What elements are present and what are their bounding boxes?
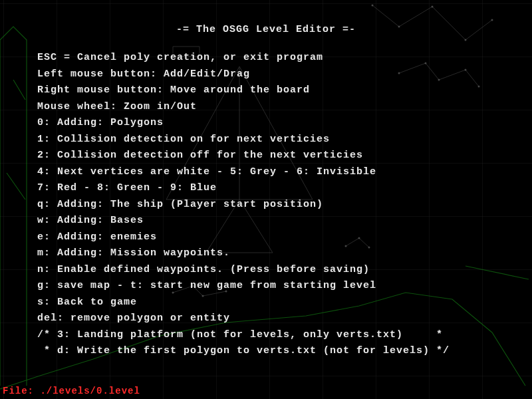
help-line: n: Enable defined waypoints. (Press befo… [37,262,495,279]
help-line: 0: Adding: Polygons [37,115,495,132]
help-line: 1: Collision detection on for next verti… [37,132,495,148]
help-line: Mouse wheel: Zoom in/Out [37,99,495,116]
help-line: m: Adding: Mission waypoints. [37,245,495,262]
help-line: del: remove polygon or entity [37,311,495,327]
help-overlay: -= The OSGG Level Editor =- ESC = Cancel… [0,0,532,399]
help-line: /* 3: Landing platform (not for levels, … [37,327,495,344]
help-line: 7: Red - 8: Green - 9: Blue [37,180,495,197]
help-line: q: Adding: The ship (Player start positi… [37,197,495,213]
help-line: 2: Collision detection off for the next … [37,148,495,164]
help-line: e: Adding: enemies [37,229,495,246]
help-line: g: save map - t: start new game from sta… [37,278,495,295]
help-text-block: ESC = Cancel poly creation, or exit prog… [37,50,495,360]
help-line: Left mouse button: Add/Edit/Drag [37,66,495,83]
file-path-label: File: ./levels/0.level [3,386,140,396]
help-line: ESC = Cancel poly creation, or exit prog… [37,50,495,66]
help-line: 4: Next vertices are white - 5: Grey - 6… [37,164,495,181]
help-line: * d: Write the first polygon to verts.tx… [37,343,495,360]
help-line: w: Adding: Bases [37,213,495,229]
help-line: Right mouse button: Move around the boar… [37,82,495,99]
help-line: s: Back to game [37,295,495,311]
editor-title: -= The OSGG Level Editor =- [37,24,495,35]
